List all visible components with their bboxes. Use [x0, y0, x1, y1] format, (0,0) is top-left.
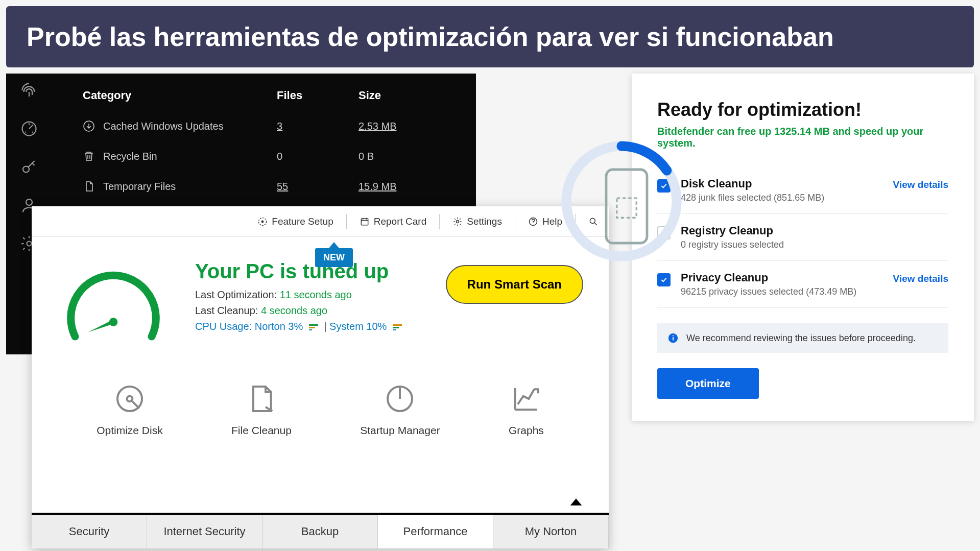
- separator: [346, 214, 347, 229]
- report-card-button[interactable]: Report Card: [360, 216, 427, 227]
- status-block: Your PC is tuned up Last Optimization: 1…: [195, 260, 420, 362]
- bars-icon: [309, 321, 318, 333]
- tab-security[interactable]: Security: [32, 515, 147, 548]
- svg-point-11: [109, 318, 118, 326]
- svg-rect-7: [361, 219, 368, 225]
- cpu-sep: |: [324, 321, 326, 332]
- row-name: Temporary Files: [103, 181, 176, 193]
- new-badge: NEW: [315, 242, 353, 267]
- bd-title: Ready for optimization!: [657, 99, 948, 121]
- bd-item-registry-cleanup: Registry Cleanup 0 registry issues selec…: [657, 214, 948, 261]
- tab-backup[interactable]: Backup: [262, 515, 378, 548]
- cpu-norton: Norton 3%: [255, 321, 303, 332]
- trash-icon: [83, 150, 103, 162]
- row-size[interactable]: 15.9 MB: [358, 181, 456, 193]
- file-icon: [83, 180, 103, 193]
- svg-point-6: [262, 221, 264, 222]
- file-cleanup-button[interactable]: File Cleanup: [231, 382, 292, 437]
- svg-point-19: [127, 396, 133, 402]
- graphs-button[interactable]: Graphs: [509, 382, 544, 437]
- bars-icon: [393, 321, 402, 333]
- svg-rect-17: [393, 329, 396, 330]
- optimize-disk-button[interactable]: Optimize Disk: [97, 382, 163, 437]
- bd-item-disk-cleanup: Disk Cleanup 428 junk files selected (85…: [657, 167, 948, 214]
- row-files: 0: [277, 151, 358, 162]
- item-desc: 0 registry issues selected: [681, 239, 948, 250]
- svg-rect-12: [309, 324, 318, 326]
- row-name: Recycle Bin: [103, 151, 157, 162]
- svg-rect-14: [309, 329, 312, 330]
- last-opt-value: 11 seconds ago: [280, 289, 352, 300]
- item-title: Privacy Cleanup: [681, 271, 883, 284]
- row-size: 0 B: [358, 151, 456, 162]
- status-title: Your PC is tuned up: [195, 260, 420, 283]
- bd-subtitle: Bitdefender can free up 1325.14 MB and s…: [657, 126, 948, 149]
- cpu-system: System 10%: [329, 321, 387, 332]
- table-row[interactable]: Recycle Bin 0 0 B: [83, 150, 456, 162]
- svg-rect-15: [393, 324, 402, 326]
- svg-rect-13: [309, 327, 315, 328]
- row-size[interactable]: 2.53 MB: [358, 121, 456, 132]
- download-icon: [83, 120, 103, 132]
- settings-button[interactable]: Settings: [452, 216, 502, 227]
- tab-performance[interactable]: Performance: [378, 515, 493, 548]
- gauge-icon: [57, 260, 170, 362]
- svg-rect-26: [673, 336, 674, 337]
- last-opt-label: Last Optimization:: [195, 289, 277, 300]
- separator: [439, 214, 440, 229]
- header-size: Size: [358, 89, 456, 102]
- norton-panel: Feature Setup Report Card Settings Help …: [32, 206, 609, 548]
- svg-rect-25: [673, 337, 674, 340]
- row-name: Cached Windows Updates: [103, 121, 224, 132]
- tab-my-norton[interactable]: My Norton: [493, 515, 609, 548]
- device-icon: [601, 165, 652, 247]
- last-clean-value: 4 seconds ago: [261, 305, 327, 316]
- speedometer-icon[interactable]: [20, 119, 38, 140]
- item-title: Registry Cleanup: [681, 224, 948, 237]
- svg-point-1: [23, 166, 29, 173]
- svg-rect-23: [617, 198, 636, 218]
- table-row[interactable]: Temporary Files 55 15.9 MB: [83, 180, 456, 193]
- tab-bar: Security Internet Security Backup Perfor…: [32, 513, 609, 548]
- tab-internet-security[interactable]: Internet Security: [147, 515, 262, 548]
- svg-rect-22: [606, 170, 647, 243]
- bd-item-privacy-cleanup: Privacy Cleanup 96215 privacy issues sel…: [657, 261, 948, 308]
- collapse-icon[interactable]: [569, 497, 583, 509]
- optimize-button[interactable]: Optimize: [657, 368, 759, 399]
- key-icon[interactable]: [20, 158, 38, 178]
- recommendation-note: We recommend reviewing the issues before…: [657, 323, 948, 353]
- info-icon: [667, 332, 679, 344]
- banner-title: Probé las herramientas de optimización p…: [27, 22, 834, 52]
- run-smart-scan-button[interactable]: Run Smart Scan: [446, 265, 583, 304]
- norton-topbar: Feature Setup Report Card Settings Help: [32, 206, 609, 237]
- page-banner: Probé las herramientas de optimización p…: [6, 6, 974, 67]
- last-clean-label: Last Cleanup:: [195, 305, 258, 316]
- svg-point-2: [26, 199, 32, 205]
- svg-point-3: [27, 242, 32, 246]
- separator: [515, 214, 515, 229]
- item-desc: 428 junk files selected (851.65 MB): [681, 193, 883, 203]
- view-details-link[interactable]: View details: [893, 273, 948, 284]
- bitdefender-panel: Ready for optimization! Bitdefender can …: [632, 74, 974, 421]
- cpu-label: CPU Usage:: [195, 321, 252, 332]
- item-title: Disk Cleanup: [681, 177, 883, 190]
- svg-rect-16: [393, 327, 399, 328]
- item-desc: 96215 privacy issues selected (473.49 MB…: [681, 286, 883, 297]
- row-files[interactable]: 55: [277, 181, 358, 193]
- header-category: Category: [83, 89, 277, 102]
- help-button[interactable]: Help: [528, 216, 562, 227]
- header-files: Files: [277, 89, 358, 102]
- checkbox-privacy-cleanup[interactable]: [657, 273, 671, 286]
- table-row[interactable]: Cached Windows Updates 3 2.53 MB: [83, 120, 456, 132]
- svg-point-8: [457, 220, 459, 223]
- startup-manager-button[interactable]: Startup Manager: [360, 382, 440, 437]
- feature-setup-button[interactable]: Feature Setup: [257, 216, 333, 227]
- fingerprint-icon[interactable]: [20, 81, 38, 102]
- row-files[interactable]: 3: [277, 121, 358, 132]
- view-details-link[interactable]: View details: [893, 179, 948, 190]
